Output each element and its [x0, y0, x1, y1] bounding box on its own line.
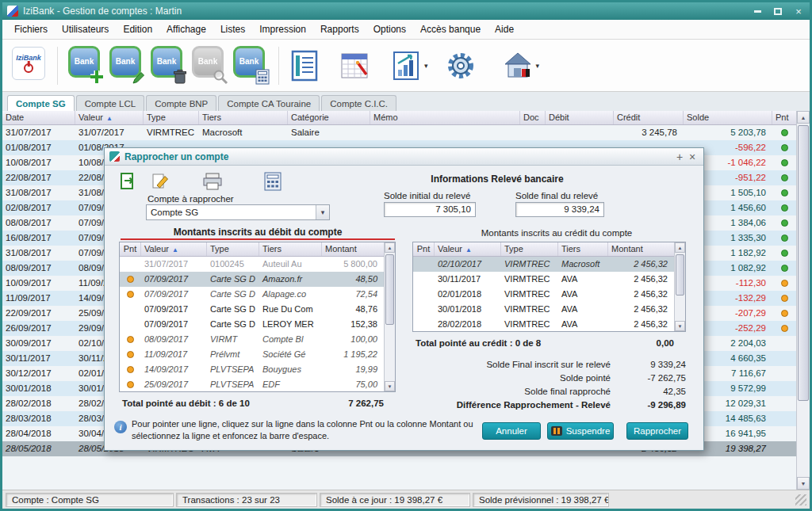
maximize-button[interactable] [772, 6, 784, 17]
scroll-up-button[interactable]: ▲ [385, 242, 395, 253]
cell-pnt[interactable] [772, 295, 796, 302]
debit-cell-montant[interactable]: 5 800,00 [322, 257, 384, 272]
account-tab[interactable]: Compte C.I.C. [321, 95, 396, 111]
credit-cell-pnt[interactable] [413, 317, 435, 331]
credit-row[interactable]: 28/02/2018 VIRMTREC AVA 2 456,32 [413, 317, 674, 331]
scrollbar-thumb[interactable] [385, 254, 394, 325]
menu-item[interactable]: Options [366, 21, 413, 38]
cell-pnt[interactable] [772, 189, 796, 196]
debit-cell-montant[interactable]: 19,99 [322, 362, 384, 377]
cancel-button[interactable]: Annuler [482, 422, 541, 440]
credit-cell-montant[interactable]: 2 456,32 [608, 257, 674, 272]
credit-col-tiers[interactable]: Tiers [558, 242, 608, 256]
debit-col-valeur[interactable]: Valeur▲ [141, 242, 207, 256]
auto-point-button[interactable] [117, 170, 140, 193]
credit-cell-montant[interactable]: 2 456,32 [608, 317, 674, 331]
debit-col-pnt[interactable]: Pnt [120, 242, 141, 256]
col-credit[interactable]: Crédit [614, 111, 684, 124]
debit-cell-montant[interactable]: 48,76 [322, 302, 384, 317]
delete-account-button[interactable]: Bank [147, 44, 189, 88]
edit-entry-button[interactable] [149, 170, 171, 193]
credit-cell-pnt[interactable] [413, 287, 435, 302]
debit-row[interactable]: 08/09/2017 VIRMT Compte Bl 100,00 [120, 332, 384, 347]
debit-col-montant[interactable]: Montant [322, 242, 384, 256]
credit-cell-pnt[interactable] [413, 257, 435, 272]
transactions-list-button[interactable] [286, 44, 323, 88]
cell-pnt[interactable] [772, 219, 796, 227]
new-account-button[interactable]: Bank [65, 44, 106, 88]
debit-cell-montant[interactable]: 100,00 [322, 332, 384, 347]
search-account-button[interactable]: Bank [189, 44, 230, 88]
resize-grip[interactable] [795, 494, 806, 505]
col-type[interactable]: Type [144, 111, 199, 124]
cell-pnt[interactable] [772, 204, 796, 212]
izibank-logo-button[interactable]: IziBank [9, 44, 50, 88]
col-tiers[interactable]: Tiers [199, 111, 288, 124]
debit-row[interactable]: 07/09/2017 Carte SG D Amazon.fr 48,50 [120, 272, 384, 287]
col-date[interactable]: Date [2, 111, 75, 124]
minimize-button[interactable] [751, 6, 764, 17]
cell-pnt[interactable] [772, 235, 796, 242]
print-button[interactable] [201, 170, 224, 193]
account-select[interactable]: Compte SG ▾ [146, 204, 330, 220]
close-button[interactable]: × [792, 6, 805, 17]
account-tab[interactable]: Compte LCL [76, 95, 145, 111]
chevron-down-icon[interactable]: ▾ [316, 205, 329, 219]
account-tab[interactable]: Compte BNP [146, 95, 216, 111]
debit-cell-pnt[interactable] [120, 272, 141, 287]
debit-cell-pnt[interactable] [120, 347, 141, 362]
cell-pnt[interactable] [772, 325, 796, 332]
reports-button[interactable] [388, 44, 424, 88]
debit-row[interactable]: 07/09/2017 Carte SG D Alapage.co 72,54 [120, 287, 384, 302]
menu-item[interactable]: Utilisateurs [55, 21, 116, 38]
debit-cell-pnt[interactable] [120, 317, 141, 332]
debit-cell-montant[interactable]: 1 195,22 [322, 347, 384, 362]
menu-item[interactable]: Edition [116, 21, 159, 38]
credit-col-type[interactable]: Type [501, 242, 558, 256]
scroll-down-button[interactable]: ▼ [675, 321, 685, 331]
debit-cell-pnt[interactable] [120, 302, 141, 317]
credit-cell-pnt[interactable] [413, 272, 435, 287]
reports-dropdown-icon[interactable]: ▾ [424, 62, 428, 70]
debit-cell-montant[interactable]: 48,50 [322, 272, 384, 287]
debit-row[interactable]: 25/09/2017 PLVTSEPA EDF 75,00 [120, 377, 384, 391]
debit-cell-montant[interactable]: 72,54 [322, 287, 384, 302]
home-dropdown-icon[interactable]: ▾ [536, 62, 540, 70]
menu-item[interactable]: Affichage [159, 21, 213, 38]
debit-cell-montant[interactable]: 152,38 [322, 317, 384, 332]
debit-cell-pnt[interactable] [120, 287, 141, 302]
credit-cell-montant[interactable]: 2 456,32 [608, 302, 674, 317]
debit-cell-pnt[interactable] [120, 377, 141, 391]
options-button[interactable] [442, 44, 479, 88]
credit-col-montant[interactable]: Montant [608, 242, 674, 256]
credit-col-valeur[interactable]: Valeur▲ [435, 242, 501, 256]
pin-button[interactable]: + [673, 151, 686, 163]
initial-balance-input[interactable] [384, 202, 476, 217]
debit-cell-pnt[interactable] [120, 257, 141, 272]
scroll-up-button[interactable]: ▲ [797, 111, 810, 124]
credit-row[interactable]: 02/01/2018 VIRMTREC AVA 2 456,32 [413, 287, 674, 302]
cell-pnt[interactable] [772, 159, 796, 166]
cell-pnt[interactable] [772, 250, 796, 257]
debit-col-tiers[interactable]: Tiers [259, 242, 322, 256]
scroll-down-button[interactable]: ▼ [797, 477, 810, 490]
credit-scrollbar[interactable]: ▲ ▼ [674, 242, 685, 331]
col-doc[interactable]: Doc [520, 111, 546, 124]
scroll-down-button[interactable]: ▼ [385, 381, 395, 391]
dialog-close-button[interactable]: × [686, 151, 699, 163]
debit-cell-pnt[interactable] [120, 332, 141, 347]
col-solde[interactable]: Solde [684, 111, 772, 124]
cell-pnt[interactable] [772, 310, 796, 317]
scroll-up-button[interactable]: ▲ [675, 242, 685, 253]
credit-cell-montant[interactable]: 2 456,32 [608, 287, 674, 302]
col-memo[interactable]: Mémo [370, 111, 520, 124]
scheduler-button[interactable] [337, 44, 373, 88]
debit-scrollbar[interactable]: ▲ ▼ [384, 242, 395, 391]
debit-row[interactable]: 07/09/2017 Carte SG D LEROY MER 152,38 [120, 317, 384, 332]
debit-row[interactable]: 14/09/2017 PLVTSEPA Bouygues 19,99 [120, 362, 384, 377]
debit-cell-pnt[interactable] [120, 362, 141, 377]
cell-pnt[interactable] [772, 265, 796, 272]
col-valeur[interactable]: Valeur▲ [75, 111, 144, 124]
reconcile-button[interactable]: Rapprocher [626, 422, 688, 440]
account-list-button[interactable]: Bank [230, 44, 271, 88]
